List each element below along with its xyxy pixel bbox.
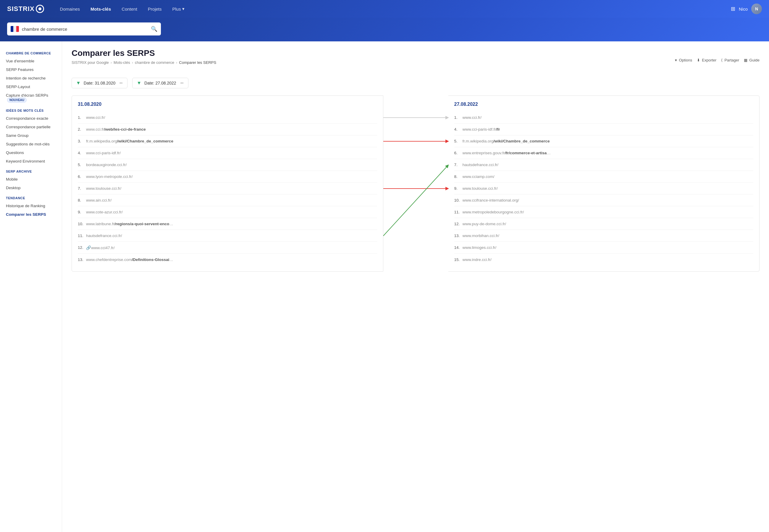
nav-plus[interactable]: Plus ▾ <box>168 4 189 14</box>
breadcrumb-item-2[interactable]: chambre de commerce <box>135 60 174 65</box>
toolbar-exporter[interactable]: ⬇ Exporter <box>697 58 716 62</box>
serp-item: 10.www.latribune.fr/regions/a-quoi-serve… <box>78 218 377 230</box>
sidebar: CHAMBRE DE COMMERCE Vue d'ensemble SERP … <box>0 41 62 532</box>
sidebar-item-questions[interactable]: Questions <box>0 148 62 157</box>
serp-item-url[interactable]: bordeauxgironde.cci.fr/ <box>86 163 127 167</box>
serp-item-num: 15. <box>454 257 463 262</box>
sidebar-item-intention[interactable]: Intention de recherche <box>0 74 62 82</box>
sidebar-section-idees: IDÉES DE MOTS CLÉS <box>0 105 62 114</box>
serp-item: 5.fr.m.wikipedia.org/wiki/Chambre_de_com… <box>454 135 754 147</box>
serp-item-url[interactable]: www.chefdentreprise.com/Definitions-Glos… <box>86 257 175 262</box>
breadcrumb-sep-1: › <box>132 60 133 65</box>
serp-item: 2.www.cci.fr/web/les-cci-de-france <box>78 124 377 135</box>
serp-item-num: 5. <box>78 163 86 167</box>
sidebar-item-suggestions[interactable]: Suggestions de mot-clés <box>0 140 62 148</box>
sidebar-item-capture[interactable]: Capture d'écran SERPs NOUVEAU <box>0 91 62 105</box>
serp-item: 9.www.cote-azur.cci.fr/ <box>78 206 377 218</box>
serp-item-num: 5. <box>454 139 463 143</box>
sidebar-item-vue-ensemble[interactable]: Vue d'ensemble <box>0 57 62 65</box>
sidebar-item-same-group[interactable]: Same Group <box>0 131 62 140</box>
date-text-right: Date: 27.08.2022 <box>144 81 176 85</box>
sidebar-item-desktop[interactable]: Desktop <box>0 184 62 192</box>
sidebar-item-serp-layout[interactable]: SERP-Layout <box>0 82 62 91</box>
serp-item-num: 6. <box>454 151 463 155</box>
search-button[interactable]: 🔍 <box>151 26 157 32</box>
serp-item-url[interactable]: hautsdefrance.cci.fr/ <box>463 163 499 167</box>
serp-item: 3.fr.m.wikipedia.org/wiki/Chambre_de_com… <box>78 135 377 147</box>
search-container: 🔍 <box>7 22 161 35</box>
nav-right: ⊞ Nico N <box>731 4 762 14</box>
serp-item-num: 4. <box>78 151 86 155</box>
nav-projets[interactable]: Projets <box>144 4 166 14</box>
serp-left-items: 1.www.cci.fr/2.www.cci.fr/web/les-cci-de… <box>78 112 377 265</box>
serp-item-url[interactable]: fr.m.wikipedia.org/wiki/Chambre_de_comme… <box>463 139 550 143</box>
serp-right-items: 1.www.cci.fr/4.www.cci-paris-idf.fr/fr5.… <box>454 112 754 265</box>
logo-icon <box>36 5 44 13</box>
content-area: Comparer les SERPS SISTRIX pour Google ›… <box>62 41 769 532</box>
serp-item-num: 7. <box>78 186 86 191</box>
serp-item-url[interactable]: 🔗www.cci47.fr/ <box>86 245 115 250</box>
serp-item-url[interactable]: www.puy-de-dome.cci.fr/ <box>463 222 506 226</box>
logo[interactable]: SISTRIX <box>7 5 44 13</box>
flag-red <box>16 26 19 32</box>
serp-item-url[interactable]: fr.m.wikipedia.org/wiki/Chambre_de_comme… <box>86 139 173 143</box>
serp-item-url[interactable]: www.cci-paris-idf.fr/ <box>86 151 121 155</box>
serp-item: 8.www.ain.cci.fr/ <box>78 194 377 206</box>
serp-item-url[interactable]: www.morbihan.cci.fr/ <box>463 233 500 238</box>
toolbar-options[interactable]: ▾ Options <box>675 58 692 62</box>
serp-item-url[interactable]: www.latribune.fr/regions/a-quoi-servent-… <box>86 222 175 226</box>
date-text-left: Date: 31.08.2020 <box>84 81 115 85</box>
nav-mots-cles[interactable]: Mots-clés <box>86 4 115 14</box>
serp-item-url[interactable]: www.cci.fr/web/les-cci-de-france <box>86 127 146 132</box>
date-filter-right[interactable]: ▼ Date: 27.08.2022 ✏ <box>132 78 188 88</box>
serp-item-url[interactable]: www.entreprises.gouv.fr/fr/commerce-et-a… <box>463 151 551 155</box>
date-filter-left[interactable]: ▼ Date: 31.08.2020 ✏ <box>72 78 127 88</box>
page-title-section: Comparer les SERPS SISTRIX pour Google ›… <box>72 48 216 72</box>
search-input[interactable] <box>22 27 148 32</box>
sidebar-item-serp-features[interactable]: SERP Features <box>0 65 62 74</box>
date-filters: ▼ Date: 31.08.2020 ✏ ▼ Date: 27.08.2022 … <box>72 78 760 88</box>
toolbar-partager[interactable]: ⟨ Partager <box>721 58 739 62</box>
sidebar-item-correspondance-partielle[interactable]: Correspondance partielle <box>0 123 62 131</box>
serp-item-url[interactable]: www.metropoledebourgogne.cci.fr/ <box>463 210 524 214</box>
sidebar-item-historique[interactable]: Historique de Ranking <box>0 202 62 210</box>
connector-svg <box>383 95 449 272</box>
serp-item-url[interactable]: www.cci.fr/ <box>463 115 482 120</box>
serp-item-url[interactable]: www.ain.cci.fr/ <box>86 198 111 202</box>
serp-item-url[interactable]: hautsdefrance.cci.fr/ <box>86 233 122 238</box>
serp-item-url[interactable]: www.indre.cci.fr/ <box>463 257 492 262</box>
toolbar-guide[interactable]: ▦ Guide <box>744 58 760 62</box>
serp-item-url[interactable]: www.lyon-metropole.cci.fr/ <box>86 174 133 179</box>
header: SISTRIX Domaines Mots-clés Content Proje… <box>0 0 769 18</box>
serp-item-url[interactable]: www.cci.fr/ <box>86 115 105 120</box>
sidebar-item-keyword-env[interactable]: Keyword Environment <box>0 157 62 166</box>
avatar[interactable]: N <box>751 4 762 14</box>
serp-left-column: 31.08.2020 1.www.cci.fr/2.www.cci.fr/web… <box>72 95 383 272</box>
serp-item-num: 4. <box>454 127 463 132</box>
serp-item-url[interactable]: www.limoges.cci.fr/ <box>463 245 497 250</box>
grid-icon[interactable]: ⊞ <box>731 6 735 12</box>
serp-item: 13.www.morbihan.cci.fr/ <box>454 230 754 242</box>
serp-item: 9.www.toulouse.cci.fr/ <box>454 183 754 194</box>
breadcrumb-item-1[interactable]: Mots-clés <box>114 60 130 65</box>
breadcrumb-item-0[interactable]: SISTRIX pour Google <box>72 60 109 65</box>
serp-item-url[interactable]: www.cci-paris-idf.fr/fr <box>463 127 500 132</box>
serp-item-url[interactable]: www.toulouse.cci.fr/ <box>86 186 121 191</box>
serp-item-url[interactable]: www.toulouse.cci.fr/ <box>463 186 498 191</box>
nav-content[interactable]: Content <box>117 4 141 14</box>
serp-item-num: 9. <box>454 186 463 191</box>
serp-item-num: 7. <box>454 163 463 167</box>
nav-domaines[interactable]: Domaines <box>56 4 84 14</box>
serp-item: 6.www.lyon-metropole.cci.fr/ <box>78 171 377 183</box>
chevron-down-icon: ▾ <box>182 6 184 12</box>
serp-item-num: 10. <box>78 222 86 226</box>
serp-item-url[interactable]: www.cciamp.com/ <box>463 174 495 179</box>
serp-item-num: 2. <box>78 127 86 132</box>
sidebar-item-comparer[interactable]: Comparer les SERPS <box>0 210 62 219</box>
flag-selector[interactable] <box>11 26 19 32</box>
serp-item-url[interactable]: www.ccifrance-international.org/ <box>463 198 519 202</box>
sidebar-item-correspondance-exacte[interactable]: Correspondance exacte <box>0 114 62 123</box>
serp-item-url[interactable]: www.cote-azur.cci.fr/ <box>86 210 123 214</box>
sidebar-item-mobile[interactable]: Mobile <box>0 175 62 184</box>
breadcrumb: SISTRIX pour Google › Mots-clés › chambr… <box>72 60 216 65</box>
